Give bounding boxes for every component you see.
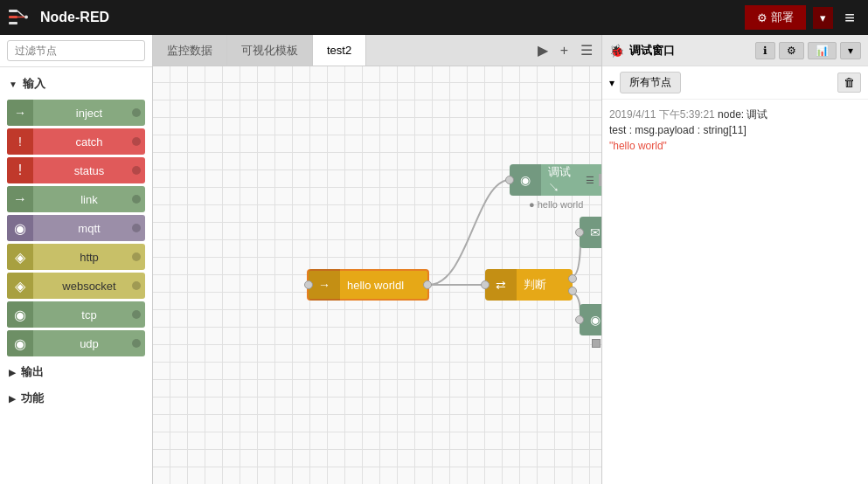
filter-input[interactable] bbox=[7, 40, 145, 61]
switch-port-out1 bbox=[568, 274, 577, 283]
debug-chart-button[interactable]: 📊 bbox=[808, 42, 837, 59]
status-handle bbox=[132, 166, 141, 175]
tab-actions: ▶ + ☰ bbox=[532, 40, 601, 60]
tab-menu-button[interactable]: ☰ bbox=[575, 40, 598, 60]
debug-value: "hello world" bbox=[609, 140, 667, 152]
http-icon: ◈ bbox=[7, 244, 33, 270]
sidebar-item-mqtt[interactable]: ◉ mqtt bbox=[7, 215, 145, 241]
tcp-icon: ◉ bbox=[7, 301, 33, 328]
send-port-in bbox=[575, 228, 584, 237]
helloworld-icon: → bbox=[309, 269, 340, 301]
debug-messages: 2019/4/11 下午5:39:21 node: 调试 test : msg.… bbox=[602, 100, 868, 484]
canvas-node-send[interactable]: ✉ 发送信息 bbox=[580, 217, 601, 248]
switch-port-in bbox=[481, 280, 490, 289]
debug-toolbar: ▾ 所有节点 🗑 bbox=[602, 66, 868, 100]
section-input-header[interactable]: ▼ 输入 bbox=[0, 71, 152, 97]
sidebar-item-websocket[interactable]: ◈ websocket bbox=[7, 273, 145, 299]
helloworld-port-out bbox=[423, 280, 432, 289]
chevron-right-icon: ▶ bbox=[9, 368, 16, 377]
filter-box bbox=[0, 35, 152, 67]
sidebar-item-http[interactable]: ◈ http bbox=[7, 244, 145, 270]
tab-add-button[interactable]: + bbox=[555, 41, 573, 60]
switch-port-out2 bbox=[568, 287, 577, 295]
canvas-node-output[interactable]: ◉ 输出信息 ↘ ☰ bbox=[580, 304, 601, 335]
debug-timestamp: 2019/4/11 下午5:39:21 bbox=[609, 108, 715, 121]
mqtt-label: mqtt bbox=[33, 222, 145, 235]
sidebar-scroll: ▼ 输入 → inject ! catch ! status bbox=[0, 67, 152, 484]
canvas-node-helloworld[interactable]: → hello worldl bbox=[307, 269, 429, 301]
link-icon: → bbox=[7, 186, 33, 212]
filter-icon: ▾ bbox=[609, 77, 615, 89]
output-node-badge bbox=[592, 339, 601, 348]
section-output-label: 输出 bbox=[21, 364, 44, 380]
sidebar-item-link[interactable]: → link bbox=[7, 186, 145, 212]
chevron-down-icon: ▼ bbox=[9, 80, 17, 89]
debug-node-name: node: 调试 bbox=[718, 108, 767, 121]
sidebar-item-status[interactable]: ! status bbox=[7, 157, 145, 183]
tab-run-button[interactable]: ▶ bbox=[532, 40, 553, 60]
udp-icon: ◉ bbox=[7, 330, 33, 356]
sidebar-item-inject[interactable]: → inject bbox=[7, 100, 145, 126]
filter-all-button[interactable]: 所有节点 bbox=[620, 72, 681, 93]
tab-bar: 监控数据 可视化模板 test2 ▶ + ☰ bbox=[153, 35, 601, 66]
deploy-icon: ⚙ bbox=[757, 11, 767, 24]
websocket-label: websocket bbox=[33, 280, 145, 293]
sidebar: ▼ 输入 → inject ! catch ! status bbox=[0, 35, 153, 484]
websocket-icon: ◈ bbox=[7, 273, 33, 299]
debug-key: test : msg.payload : string[11] bbox=[609, 124, 746, 136]
svg-line-3 bbox=[17, 11, 24, 17]
tab-test2[interactable]: test2 bbox=[313, 35, 366, 66]
helloworld-port-in bbox=[304, 280, 313, 289]
switch-icon: ⇄ bbox=[485, 269, 517, 301]
svg-rect-1 bbox=[9, 16, 17, 18]
topbar-right: ⚙ 部署 ▾ ≡ bbox=[745, 5, 859, 30]
deploy-arrow-button[interactable]: ▾ bbox=[813, 7, 833, 29]
helloworld-label: hello worldl bbox=[340, 279, 427, 292]
menu-button[interactable]: ≡ bbox=[840, 8, 859, 28]
debug-label: 调试 ↘ bbox=[541, 164, 581, 196]
debug-list-btn[interactable]: ☰ bbox=[581, 164, 599, 196]
debug-panel: 🐞 调试窗口 ℹ ⚙ 📊 ▾ ▾ 所有节点 🗑 2019/4/11 下午5:39… bbox=[601, 35, 868, 484]
catch-label: catch bbox=[33, 135, 145, 149]
section-function-header[interactable]: ▶ 功能 bbox=[0, 385, 152, 411]
section-output-header[interactable]: ▶ 输出 bbox=[0, 359, 152, 385]
inject-icon: → bbox=[7, 100, 33, 126]
link-label: link bbox=[33, 193, 145, 206]
tab-visual[interactable]: 可视化模板 bbox=[227, 35, 313, 66]
udp-label: udp bbox=[33, 337, 145, 350]
bug-icon: 🐞 bbox=[609, 44, 624, 58]
inject-handle bbox=[132, 108, 141, 117]
debug-settings-button[interactable]: ⚙ bbox=[779, 42, 804, 59]
chevron-right-icon2: ▶ bbox=[9, 394, 16, 404]
link-handle bbox=[132, 195, 141, 204]
clear-debug-button[interactable]: 🗑 bbox=[837, 73, 861, 93]
mqtt-icon: ◉ bbox=[7, 215, 33, 241]
debug-info-button[interactable]: ℹ bbox=[755, 42, 775, 59]
sidebar-item-catch[interactable]: ! catch bbox=[7, 128, 145, 155]
debug-square-btn[interactable] bbox=[599, 174, 601, 186]
canvas-node-switch[interactable]: ⇄ 判断 bbox=[485, 269, 573, 301]
sidebar-item-tcp[interactable]: ◉ tcp bbox=[7, 301, 145, 328]
sidebar-item-udp[interactable]: ◉ udp bbox=[7, 330, 145, 356]
switch-label: 判断 bbox=[517, 277, 573, 293]
debug-expand-button[interactable]: ▾ bbox=[840, 42, 861, 59]
inject-label: inject bbox=[33, 107, 145, 120]
mqtt-handle bbox=[132, 224, 141, 232]
status-label: status bbox=[33, 164, 145, 177]
section-input-label: 输入 bbox=[23, 76, 45, 92]
debug-title: 调试窗口 bbox=[629, 43, 752, 59]
canvas-node-debug[interactable]: ◉ 调试 ↘ ☰ bbox=[510, 164, 601, 196]
websocket-handle bbox=[132, 281, 141, 290]
output-port-in bbox=[575, 315, 584, 324]
svg-rect-2 bbox=[9, 22, 17, 24]
tcp-label: tcp bbox=[33, 308, 145, 322]
canvas: → hello worldl ◉ 调试 ↘ ☰ ● hello world ⇄ … bbox=[153, 66, 601, 484]
app-title: Node-RED bbox=[40, 10, 109, 25]
deploy-button[interactable]: ⚙ 部署 bbox=[745, 5, 806, 30]
tab-monitor[interactable]: 监控数据 bbox=[153, 35, 227, 66]
tcp-handle bbox=[132, 310, 141, 319]
debug-header: 🐞 调试窗口 ℹ ⚙ 📊 ▾ bbox=[602, 35, 868, 66]
svg-point-5 bbox=[24, 16, 28, 19]
udp-handle bbox=[132, 339, 141, 348]
debug-icon: ◉ bbox=[510, 164, 541, 196]
